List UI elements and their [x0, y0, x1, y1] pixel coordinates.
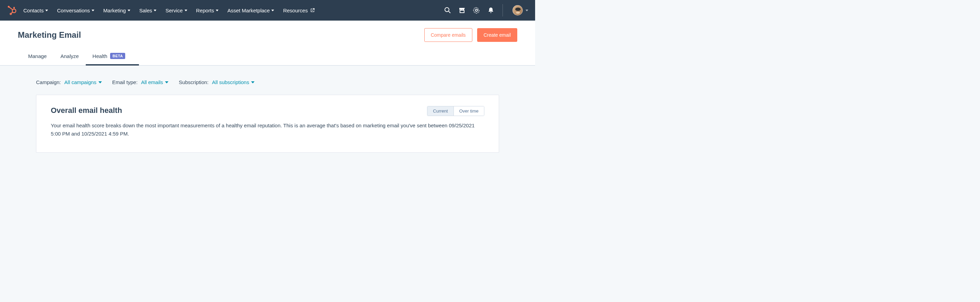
filter-email-type: Email type: All emails	[112, 79, 169, 85]
account-menu[interactable]	[512, 5, 528, 16]
notifications-bell-icon[interactable]	[487, 7, 494, 14]
hubspot-logo[interactable]	[7, 5, 16, 15]
create-email-button[interactable]: Create email	[477, 28, 517, 42]
filter-value-text: All campaigns	[65, 79, 96, 85]
divider	[503, 4, 503, 16]
search-icon[interactable]	[444, 7, 451, 14]
nav-service[interactable]: Service	[165, 8, 187, 13]
nav-right	[444, 4, 528, 16]
nav-contacts[interactable]: Contacts	[23, 8, 48, 13]
caret-down-icon	[251, 81, 255, 83]
nav-resources[interactable]: Resources	[283, 8, 315, 13]
filter-value-text: All emails	[141, 79, 163, 85]
segmented-current[interactable]: Current	[427, 106, 453, 116]
filter-value-text: All subscriptions	[212, 79, 249, 85]
filter-label: Campaign:	[36, 79, 61, 85]
svg-point-7	[445, 8, 449, 12]
tab-analyze[interactable]: Analyze	[60, 49, 78, 65]
nav-reports[interactable]: Reports	[196, 8, 219, 13]
nav-label: Reports	[196, 8, 215, 13]
nav-label: Resources	[283, 8, 308, 13]
nav-label: Marketing	[103, 8, 126, 13]
svg-line-8	[449, 11, 450, 13]
filter-campaign-dropdown[interactable]: All campaigns	[65, 79, 102, 85]
nav-conversations[interactable]: Conversations	[57, 8, 94, 13]
filter-row: Campaign: All campaigns Email type: All …	[36, 79, 499, 85]
chevron-down-icon	[92, 10, 94, 11]
chevron-down-icon	[216, 10, 218, 11]
header-actions: Compare emails Create email	[424, 28, 517, 42]
panel-description: Your email health score breaks down the …	[51, 121, 479, 138]
tabs: Manage Analyze Health BETA	[18, 49, 517, 65]
page-title: Marketing Email	[18, 30, 81, 40]
tab-label: Health	[92, 53, 107, 59]
chevron-down-icon	[525, 10, 528, 11]
svg-point-0	[12, 9, 16, 13]
nav-sales[interactable]: Sales	[139, 8, 157, 13]
avatar	[512, 5, 523, 16]
page-header: Marketing Email Compare emails Create em…	[0, 21, 535, 66]
svg-rect-9	[460, 10, 464, 13]
chevron-down-icon	[185, 10, 187, 11]
nav-asset-marketplace[interactable]: Asset Marketplace	[228, 8, 274, 13]
nav-label: Contacts	[23, 8, 44, 13]
chevron-down-icon	[127, 10, 130, 11]
chevron-down-icon	[154, 10, 156, 11]
filter-subscription: Subscription: All subscriptions	[179, 79, 255, 85]
segmented-over-time[interactable]: Over time	[453, 106, 484, 116]
filter-subscription-dropdown[interactable]: All subscriptions	[212, 79, 255, 85]
nav-label: Service	[165, 8, 183, 13]
settings-gear-icon[interactable]	[473, 7, 480, 14]
nav-menu: Contacts Conversations Marketing Sales S…	[23, 8, 444, 13]
svg-point-1	[13, 7, 15, 8]
nav-marketing[interactable]: Marketing	[103, 8, 130, 13]
external-link-icon	[310, 8, 315, 13]
filter-label: Email type:	[112, 79, 138, 85]
filter-label: Subscription:	[179, 79, 208, 85]
content-area: Campaign: All campaigns Email type: All …	[0, 66, 535, 153]
tab-health[interactable]: Health BETA	[92, 49, 126, 65]
chevron-down-icon	[45, 10, 48, 11]
marketplace-icon[interactable]	[458, 7, 466, 14]
panel-header: Overall email health Current Over time	[51, 106, 484, 116]
compare-emails-button[interactable]: Compare emails	[424, 28, 473, 42]
time-range-segmented: Current Over time	[427, 106, 484, 116]
svg-point-4	[8, 6, 10, 8]
filter-email-type-dropdown[interactable]: All emails	[141, 79, 169, 85]
nav-label: Sales	[139, 8, 152, 13]
top-navigation: Contacts Conversations Marketing Sales S…	[0, 0, 535, 21]
svg-point-6	[10, 13, 11, 14]
nav-label: Asset Marketplace	[228, 8, 270, 13]
caret-down-icon	[165, 81, 169, 83]
tab-manage[interactable]: Manage	[28, 49, 47, 65]
nav-label: Conversations	[57, 8, 90, 13]
filter-campaign: Campaign: All campaigns	[36, 79, 102, 85]
overall-email-health-panel: Overall email health Current Over time Y…	[36, 95, 499, 153]
beta-badge: BETA	[110, 53, 125, 59]
chevron-down-icon	[271, 10, 274, 11]
header-row: Marketing Email Compare emails Create em…	[18, 28, 517, 42]
caret-down-icon	[99, 81, 102, 83]
panel-title: Overall email health	[51, 106, 122, 115]
